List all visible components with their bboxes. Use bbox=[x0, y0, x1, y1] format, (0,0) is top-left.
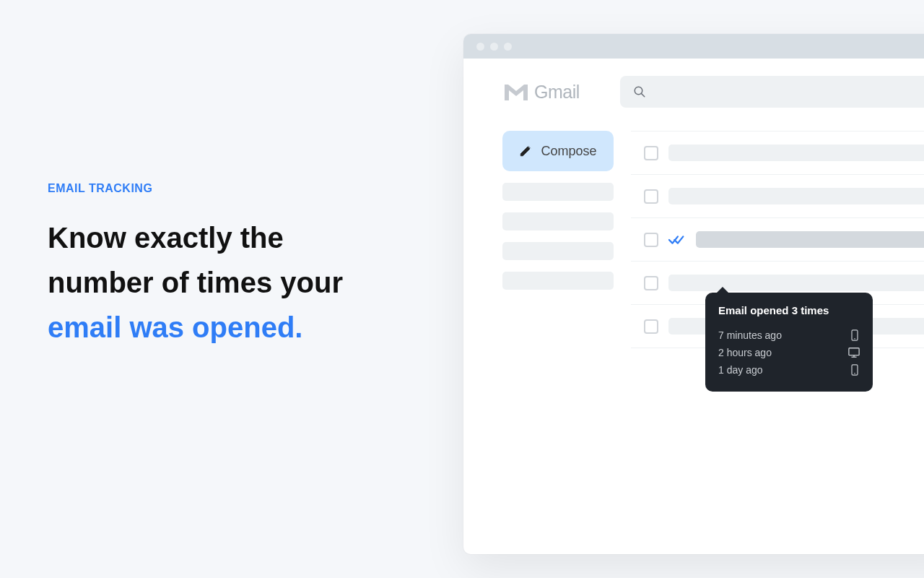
svg-point-3 bbox=[854, 338, 855, 340]
mail-checkbox[interactable] bbox=[644, 146, 658, 160]
compose-button[interactable]: Compose bbox=[502, 131, 614, 171]
mail-preview-placeholder bbox=[668, 188, 924, 204]
mail-checkbox[interactable] bbox=[644, 319, 658, 334]
headline: Know exactly the number of times your em… bbox=[48, 215, 394, 350]
tooltip-time: 1 day ago bbox=[718, 364, 763, 376]
gmail-m-icon bbox=[502, 82, 530, 102]
svg-rect-4 bbox=[849, 348, 859, 355]
sidebar: Compose bbox=[502, 131, 614, 348]
search-icon bbox=[633, 85, 646, 98]
pencil-icon bbox=[519, 144, 532, 158]
app-header: Gmail bbox=[463, 59, 924, 125]
headline-text: Know exactly the number of times your bbox=[48, 222, 343, 298]
tooltip-row: 1 day ago bbox=[718, 361, 860, 379]
mail-row[interactable] bbox=[631, 218, 924, 262]
marketing-copy: EMAIL TRACKING Know exactly the number o… bbox=[48, 182, 394, 350]
sidebar-item-placeholder bbox=[502, 242, 614, 260]
headline-accent: email was opened. bbox=[48, 311, 302, 343]
mail-checkbox[interactable] bbox=[644, 276, 658, 290]
mobile-icon bbox=[850, 329, 860, 341]
mail-preview-placeholder bbox=[668, 144, 924, 161]
tooltip-row: 2 hours ago bbox=[718, 344, 860, 361]
mobile-icon bbox=[850, 364, 860, 376]
mail-row[interactable] bbox=[631, 175, 924, 218]
gmail-logo-text: Gmail bbox=[534, 82, 580, 103]
sidebar-item-placeholder bbox=[502, 272, 614, 290]
read-receipt-icon[interactable] bbox=[668, 234, 686, 246]
mail-checkbox[interactable] bbox=[644, 189, 658, 204]
window-control-close[interactable] bbox=[476, 43, 484, 51]
compose-label: Compose bbox=[541, 144, 596, 159]
svg-line-1 bbox=[641, 93, 645, 97]
mail-checkbox[interactable] bbox=[644, 233, 658, 247]
tooltip-time: 7 minutes ago bbox=[718, 329, 782, 341]
window-titlebar bbox=[463, 34, 924, 59]
sidebar-item-placeholder bbox=[502, 212, 614, 230]
desktop-icon bbox=[848, 347, 860, 358]
eyebrow-label: EMAIL TRACKING bbox=[48, 182, 394, 195]
gmail-logo: Gmail bbox=[502, 82, 580, 103]
mail-row[interactable] bbox=[631, 131, 924, 175]
search-bar[interactable] bbox=[620, 76, 924, 108]
mail-preview-placeholder bbox=[696, 231, 924, 248]
mail-preview-placeholder bbox=[668, 275, 924, 291]
read-receipt-tooltip: Email opened 3 times 7 minutes ago 2 hou… bbox=[705, 293, 873, 392]
window-control-maximize[interactable] bbox=[504, 43, 512, 51]
tooltip-title: Email opened 3 times bbox=[718, 304, 860, 316]
window-control-minimize[interactable] bbox=[490, 43, 498, 51]
tooltip-time: 2 hours ago bbox=[718, 347, 772, 358]
sidebar-item-placeholder bbox=[502, 183, 614, 201]
svg-point-8 bbox=[854, 373, 855, 374]
app-window: Gmail Compose bbox=[463, 34, 924, 554]
tooltip-row: 7 minutes ago bbox=[718, 327, 860, 344]
